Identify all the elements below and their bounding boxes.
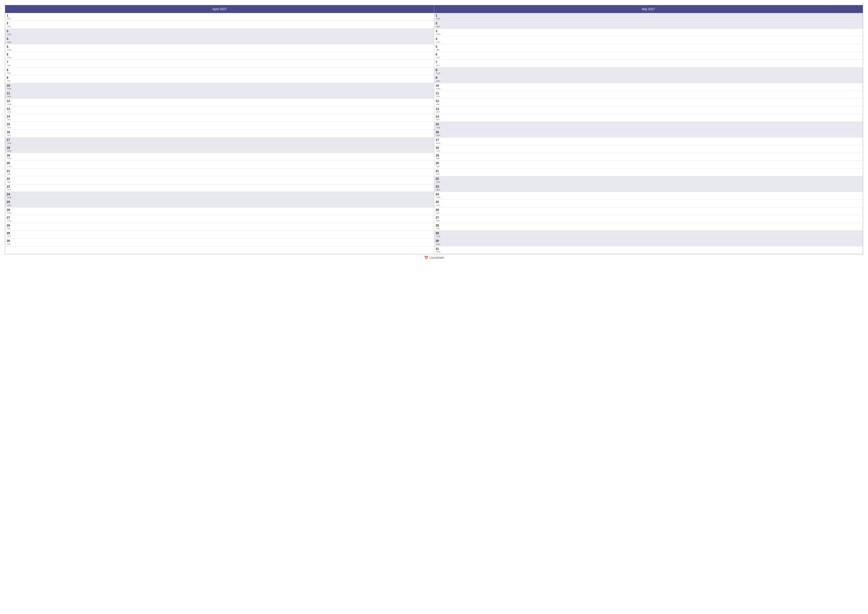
day-row: 30PET: [5, 238, 434, 246]
day-row: 12PON: [5, 98, 434, 106]
day-name: PON: [7, 103, 12, 106]
day-number: 1: [7, 14, 12, 17]
day-info: 6ČET: [436, 53, 441, 59]
day-info: 25UTO: [436, 200, 441, 206]
day-info: 12PON: [7, 99, 12, 105]
day-row: 19PON: [5, 153, 434, 161]
day-row: 1ČET: [5, 13, 434, 21]
day-info: 17PON: [436, 138, 441, 144]
day-number: 17: [7, 138, 12, 141]
day-name: UTO: [7, 56, 12, 59]
day-name: PON: [7, 49, 12, 51]
day-number: 19: [7, 154, 12, 157]
day-name: ČET: [7, 126, 12, 129]
day-row: 15ČET: [5, 122, 434, 129]
day-info: 9PET: [7, 76, 12, 82]
day-number: 25: [7, 200, 12, 204]
day-row: 4UTO: [434, 36, 863, 44]
day-name: PON: [7, 212, 12, 214]
day-row: 11NED: [5, 91, 434, 98]
day-number: 20: [436, 162, 441, 165]
calendar-grid: April 20271ČET2PET3SUB4NED5PON6UTO7SRI8Č…: [5, 5, 863, 254]
day-info: 23NED: [436, 185, 441, 191]
day-info: 16NED: [436, 131, 441, 137]
day-row: 8SUB: [434, 68, 863, 75]
day-info: 12SRI: [436, 99, 441, 105]
day-row: 15SUB: [434, 122, 863, 129]
day-row: 9PET: [5, 75, 434, 83]
day-info: 26SRI: [436, 208, 441, 214]
day-name: PON: [436, 251, 441, 253]
day-row: 30NED: [434, 238, 863, 246]
day-number: 13: [436, 107, 441, 111]
day-name: PET: [436, 227, 441, 230]
day-row: 27UTO: [5, 215, 434, 223]
day-name: SRI: [7, 173, 12, 175]
day-info: 21PET: [436, 169, 441, 175]
day-row: 18UTO: [434, 145, 863, 153]
day-name: ČET: [436, 56, 441, 59]
day-row: 7SRI: [5, 60, 434, 67]
day-number: 2: [7, 22, 12, 25]
day-number: 28: [436, 224, 441, 227]
day-number: 3: [436, 30, 441, 33]
day-name: SUB: [436, 126, 441, 129]
day-name: PET: [7, 243, 12, 246]
day-name: UTO: [436, 41, 441, 44]
day-row: 3SUB: [5, 29, 434, 36]
day-number: 27: [436, 216, 441, 219]
day-number: 21: [436, 169, 441, 173]
day-name: PET: [436, 173, 441, 175]
day-info: 14SRI: [7, 115, 12, 121]
day-name: SUB: [436, 181, 441, 183]
day-row: 13ČET: [434, 106, 863, 114]
day-row: 2PET: [5, 21, 434, 28]
day-row: 14PET: [434, 114, 863, 122]
day-name: PET: [7, 80, 12, 82]
day-number: 1: [436, 14, 441, 17]
day-info: 15ČET: [7, 123, 12, 129]
day-name: NED: [7, 41, 12, 44]
day-number: 28: [7, 224, 12, 227]
day-number: 20: [7, 162, 12, 165]
day-row: 29SUB: [434, 231, 863, 238]
day-number: 19: [436, 154, 441, 157]
day-name: PET: [7, 189, 12, 191]
day-number: 26: [436, 208, 441, 212]
day-row: 2NED: [434, 21, 863, 28]
day-number: 12: [7, 99, 12, 103]
day-info: 9NED: [436, 76, 441, 82]
day-name: SRI: [436, 49, 441, 51]
day-info: 21SRI: [7, 169, 12, 175]
day-number: 9: [7, 76, 12, 79]
day-info: 29ČET: [7, 232, 12, 238]
day-info: 4NED: [7, 37, 12, 43]
day-name: NED: [436, 189, 441, 191]
day-info: 11UTO: [436, 92, 441, 98]
day-number: 31: [436, 247, 441, 250]
day-name: ČET: [436, 111, 441, 113]
page: April 20271ČET2PET3SUB4NED5PON6UTO7SRI8Č…: [0, 0, 868, 614]
day-info: 2NED: [436, 22, 441, 28]
day-info: 5SRI: [436, 45, 441, 51]
day-info: 3SUB: [7, 30, 12, 36]
month-header-april-2027: April 2027: [5, 5, 434, 13]
day-info: 29SUB: [436, 232, 441, 238]
day-info: 20ČET: [436, 162, 441, 167]
month-header-may-2027: Maj 2027: [434, 5, 863, 13]
day-row: 28PET: [434, 223, 863, 231]
day-info: 1SUB: [436, 14, 441, 20]
day-name: SRI: [7, 227, 12, 230]
day-name: ČET: [7, 17, 12, 20]
day-name: PET: [7, 25, 12, 28]
day-name: NED: [436, 134, 441, 137]
day-row: 6UTO: [5, 52, 434, 60]
day-number: 2: [436, 22, 441, 25]
day-row: 17SUB: [5, 137, 434, 145]
day-name: NED: [436, 243, 441, 246]
day-row: 18NED: [5, 145, 434, 153]
day-info: 24SUB: [7, 193, 12, 199]
day-name: SRI: [436, 103, 441, 106]
day-info: 31PON: [436, 247, 441, 253]
day-name: SUB: [436, 235, 441, 238]
